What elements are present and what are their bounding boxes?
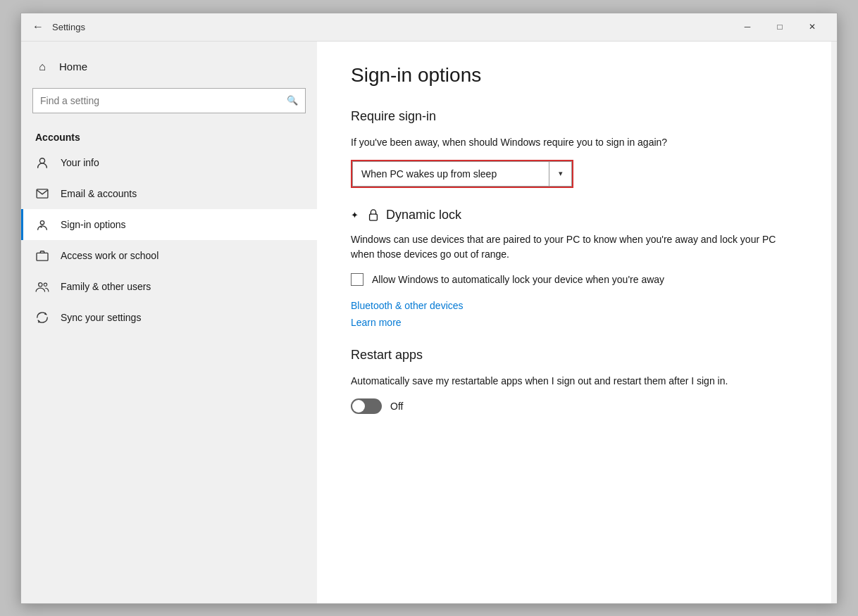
home-icon: ⌂ xyxy=(35,60,49,74)
sign-in-options-label: Sign-in options xyxy=(61,219,126,230)
dynamic-lock-description: Windows can use devices that are paired … xyxy=(351,232,797,262)
your-info-label: Your info xyxy=(61,157,99,168)
close-button[interactable]: ✕ xyxy=(796,15,828,38)
email-icon xyxy=(35,187,49,201)
sidebar: ⌂ Home 🔍 Accounts Your info xyxy=(21,42,317,603)
dynamic-lock-label: Dynamic lock xyxy=(386,208,461,222)
sidebar-item-sync-settings[interactable]: Sync your settings xyxy=(21,302,317,333)
content-area: ⌂ Home 🔍 Accounts Your info xyxy=(21,42,837,603)
main-content: Sign-in options Require sign-in If you'v… xyxy=(317,42,831,603)
svg-point-0 xyxy=(39,158,44,163)
window-controls: ─ □ ✕ xyxy=(731,15,828,38)
dropdown-arrow-icon: ▾ xyxy=(549,161,572,187)
svg-point-5 xyxy=(39,282,42,286)
titlebar-title: Settings xyxy=(52,22,731,32)
scrollbar[interactable] xyxy=(831,42,837,603)
maximize-button[interactable]: □ xyxy=(764,15,796,38)
sidebar-home-button[interactable]: ⌂ Home xyxy=(21,53,317,81)
auto-lock-checkbox-label: Allow Windows to automatically lock your… xyxy=(372,274,664,285)
auto-lock-checkbox[interactable] xyxy=(351,273,363,286)
require-signin-dropdown[interactable]: Never When PC wakes up from sleep xyxy=(352,161,549,187)
svg-rect-8 xyxy=(370,214,378,220)
family-users-label: Family & other users xyxy=(61,281,151,292)
require-signin-section: Require sign-in If you've been away, whe… xyxy=(351,109,797,208)
sidebar-home-label: Home xyxy=(59,61,87,73)
access-work-label: Access work or school xyxy=(61,250,158,261)
minimize-button[interactable]: ─ xyxy=(731,15,764,38)
your-info-icon xyxy=(35,156,49,170)
family-users-icon xyxy=(35,279,49,294)
learn-more-link[interactable]: Learn more xyxy=(351,317,797,328)
auto-lock-checkbox-row: Allow Windows to automatically lock your… xyxy=(351,273,797,286)
back-button[interactable]: ← xyxy=(30,18,46,35)
sidebar-item-access-work[interactable]: Access work or school xyxy=(21,240,317,271)
restart-apps-description: Automatically save my restartable apps w… xyxy=(351,374,797,389)
search-box: 🔍 xyxy=(32,88,306,113)
settings-window: ← Settings ─ □ ✕ ⌂ Home 🔍 xyxy=(20,13,838,604)
require-signin-title: Require sign-in xyxy=(351,109,797,124)
sidebar-section-label: Accounts xyxy=(21,125,317,147)
sync-settings-label: Sync your settings xyxy=(61,312,141,323)
search-icon: 🔍 xyxy=(287,95,298,106)
search-input[interactable] xyxy=(40,95,287,106)
page-title: Sign-in options xyxy=(351,64,797,87)
access-work-icon xyxy=(35,249,49,263)
email-accounts-label: Email & accounts xyxy=(61,188,137,199)
sign-in-icon xyxy=(35,218,49,232)
sidebar-item-family-users[interactable]: Family & other users xyxy=(21,271,317,302)
require-signin-dropdown-container: Never When PC wakes up from sleep ▾ xyxy=(351,160,573,188)
toggle-knob xyxy=(352,400,365,413)
sidebar-item-your-info[interactable]: Your info xyxy=(21,147,317,178)
dynamic-lock-title-row: ✦ Dynamic lock xyxy=(351,208,797,222)
bluetooth-devices-link[interactable]: Bluetooth & other devices xyxy=(351,300,797,311)
require-signin-description: If you've been away, when should Windows… xyxy=(351,135,797,150)
search-container: 🔍 xyxy=(32,88,306,113)
svg-point-2 xyxy=(40,220,44,224)
sidebar-item-email-accounts[interactable]: Email & accounts xyxy=(21,178,317,209)
restart-apps-section: Restart apps Automatically save my resta… xyxy=(351,348,797,414)
restart-apps-toggle-row: Off xyxy=(351,398,797,414)
dynamic-lock-icon: ✦ xyxy=(351,208,379,221)
restart-apps-title: Restart apps xyxy=(351,348,797,363)
svg-point-6 xyxy=(44,283,46,286)
dynamic-lock-section: ✦ Dynamic lock Windows can use devices t… xyxy=(351,208,797,328)
restart-apps-toggle[interactable] xyxy=(351,398,382,414)
svg-text:✦: ✦ xyxy=(351,210,359,220)
sync-icon xyxy=(35,310,49,325)
sidebar-item-sign-in-options[interactable]: Sign-in options xyxy=(21,209,317,240)
restart-apps-toggle-label: Off xyxy=(390,401,403,412)
titlebar: ← Settings ─ □ ✕ xyxy=(21,13,837,42)
svg-rect-4 xyxy=(37,253,48,260)
svg-rect-1 xyxy=(37,189,48,197)
